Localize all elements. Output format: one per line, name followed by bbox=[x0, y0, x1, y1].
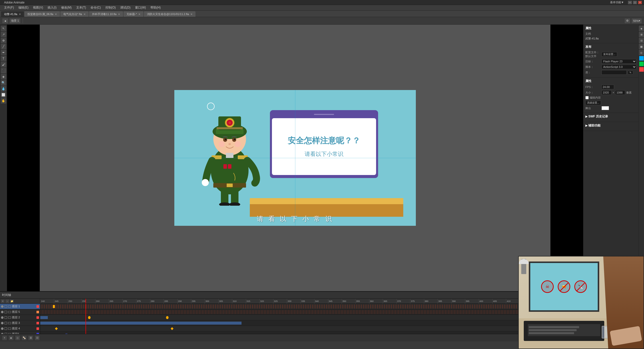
menu-debug[interactable]: 调试(D) bbox=[118, 5, 133, 10]
target-label: 目标： bbox=[585, 60, 600, 63]
menu-control[interactable]: 控制(O) bbox=[103, 5, 118, 10]
tool-line[interactable]: ╱ bbox=[1, 44, 6, 49]
toolbar-zoom[interactable]: 55%▾ bbox=[631, 18, 642, 24]
class-input[interactable] bbox=[601, 70, 627, 75]
close-button[interactable]: ✕ bbox=[638, 1, 642, 4]
layer-row-1[interactable]: 图层 5 bbox=[0, 309, 40, 315]
tool-zoom[interactable]: 🔍 bbox=[1, 80, 6, 85]
tab-4-close[interactable]: ✕ bbox=[138, 13, 140, 16]
layer-row-0[interactable]: 图层 1 bbox=[0, 304, 40, 309]
board-main-text: 安全怎样注意呢？？ bbox=[288, 135, 360, 146]
layer-row-5[interactable]: 图层6 bbox=[0, 331, 40, 334]
add-folder-button[interactable]: 📁 bbox=[10, 299, 14, 303]
target-select[interactable]: Flash Player 23 bbox=[601, 59, 636, 64]
frame-layer-2[interactable] bbox=[40, 315, 543, 320]
tool-right-4[interactable]: ▦ bbox=[639, 44, 644, 49]
timeline-onion-outline[interactable]: ☷ bbox=[35, 335, 40, 340]
audio-wave-1 bbox=[40, 304, 543, 309]
menu-view[interactable]: 视图(V) bbox=[31, 5, 45, 10]
tool-brush[interactable]: 🖌 bbox=[1, 62, 6, 67]
frame-tick-340: 340 bbox=[314, 299, 327, 304]
tool-right-5[interactable]: ◎ bbox=[639, 50, 644, 55]
tab-3-close[interactable]: ✕ bbox=[118, 13, 120, 16]
tool-right-3[interactable]: ⊟ bbox=[639, 38, 644, 43]
layer-color-4 bbox=[36, 327, 39, 330]
timeline-onion-skin[interactable]: ☰ bbox=[28, 335, 33, 340]
scene-label[interactable]: 场景 1 bbox=[9, 18, 21, 24]
layer-eye-3 bbox=[1, 322, 4, 324]
stage-color-swatch[interactable] bbox=[601, 106, 609, 110]
frame-layer-4[interactable] bbox=[40, 326, 543, 331]
tab-3[interactable]: 外科手消毒11.10.fla ✕ bbox=[89, 11, 123, 17]
add-layer-button[interactable]: + bbox=[1, 299, 5, 303]
timeline-add-motion[interactable]: + bbox=[2, 335, 7, 340]
layer-row-3[interactable]: 图层 3 bbox=[0, 320, 40, 326]
menu-help[interactable]: 帮助(H) bbox=[148, 5, 163, 10]
menu-text[interactable]: 文本(T) bbox=[74, 5, 88, 10]
tool-eyedrop[interactable]: 💧 bbox=[1, 86, 6, 92]
tool-transform[interactable]: ⊕ bbox=[1, 38, 6, 43]
tool-right-2[interactable]: ⊞ bbox=[639, 32, 644, 37]
menu-edit[interactable]: 编辑(E) bbox=[16, 5, 30, 10]
layer-eye-0 bbox=[1, 305, 4, 308]
tool-pen[interactable]: ✒ bbox=[1, 50, 6, 55]
presentation-board: 安全怎样注意呢？？ 请看以下小常识 bbox=[270, 110, 378, 178]
frame-tick-320: 320 bbox=[259, 299, 272, 304]
timeline-add-shape[interactable]: ◇ bbox=[15, 335, 20, 340]
tab-2[interactable]: 电气化办法*.fla ✕ bbox=[60, 11, 89, 17]
toolbar-settings-button[interactable]: ⚙ bbox=[624, 18, 630, 24]
camera-preview: ☠ 🔫 🔪 bbox=[518, 256, 644, 349]
tab-1-close[interactable]: ✕ bbox=[55, 13, 57, 16]
tool-eraser[interactable]: ⬜ bbox=[1, 92, 6, 98]
script-select[interactable]: ActionScript 3.0 bbox=[601, 65, 636, 69]
toolbar-back-button[interactable]: ◄ bbox=[2, 18, 8, 24]
tool-right-1[interactable]: ◈ bbox=[639, 26, 644, 31]
class-edit-button[interactable]: ✎ bbox=[628, 71, 633, 74]
frame-layer-5[interactable] bbox=[40, 309, 543, 315]
toolbar-separator-1 bbox=[23, 18, 23, 23]
menu-command[interactable]: 命令(C) bbox=[89, 5, 103, 10]
tool-fill[interactable]: ◈ bbox=[1, 74, 6, 79]
tab-4[interactable]: 无标题-* ✕ bbox=[124, 11, 143, 17]
timeline-add-armature[interactable]: 🦴 bbox=[22, 335, 27, 340]
tab-5-close[interactable]: ✕ bbox=[190, 13, 192, 16]
width-input[interactable] bbox=[601, 90, 612, 95]
minimize-button[interactable]: ─ bbox=[628, 1, 632, 4]
menu-insert[interactable]: 插入(I) bbox=[46, 5, 58, 10]
fps-input[interactable] bbox=[601, 85, 614, 89]
frame-layer-1[interactable] bbox=[40, 304, 543, 309]
panel-doc-properties-section: 属性 FPS： 大小： × 像素 编辑内容 高级设置... 舞台 bbox=[583, 77, 638, 113]
layer-row-4[interactable]: 图层 4 bbox=[0, 326, 40, 331]
tab-0[interactable]: 动警-#1.fla ✕ bbox=[1, 11, 24, 17]
tool-subselect[interactable]: ↗ bbox=[1, 32, 6, 37]
prohibition-icon-3: 🔪 bbox=[574, 280, 587, 293]
tool-hand[interactable]: ✋ bbox=[1, 98, 6, 104]
edit-content-checkbox[interactable] bbox=[585, 96, 589, 99]
tab-5[interactable]: 消防火灾生命合@1101/01/11.2.fla ✕ bbox=[144, 11, 195, 17]
timeline-add-classic[interactable]: ◈ bbox=[9, 335, 14, 340]
tool-paint[interactable]: ⬛ bbox=[1, 68, 6, 73]
publish-settings-button[interactable]: 发布设置... bbox=[601, 52, 617, 57]
advanced-button[interactable]: 高级设置... bbox=[585, 101, 601, 105]
tool-text[interactable]: T bbox=[1, 56, 6, 61]
frame-layer-3[interactable] bbox=[40, 320, 543, 326]
right-panel: 属性 文档 武警-#1.fla 发布 配置文件：默认文件 发布设置... 目标：… bbox=[583, 25, 638, 291]
frame-layer-6[interactable] bbox=[40, 331, 543, 334]
menu-window[interactable]: 窗口(W) bbox=[133, 5, 148, 10]
tab-2-close[interactable]: ✕ bbox=[84, 13, 86, 16]
delete-layer-button[interactable]: - bbox=[6, 299, 9, 303]
board-outer: 安全怎样注意呢？？ 请看以下小常识 bbox=[270, 110, 378, 178]
tab-1[interactable]: 投篮教合03.测_06.fla ✕ bbox=[24, 11, 60, 17]
height-input[interactable] bbox=[615, 90, 625, 95]
right-edge-tools: ◈ ⊞ ⊟ ▦ ◎ bbox=[638, 25, 644, 291]
menu-file[interactable]: 文件(F) bbox=[2, 5, 16, 10]
maximize-button[interactable]: □ bbox=[633, 1, 637, 4]
layer-row-2[interactable]: 图层 2 bbox=[0, 315, 40, 320]
stage-canvas[interactable]: 安全怎样注意呢？？ 请看以下小常识 bbox=[174, 90, 416, 226]
workspace-label[interactable]: 基本功能▼ bbox=[610, 1, 624, 4]
layer-name-5: 图层6 bbox=[12, 332, 35, 334]
tab-0-close[interactable]: ✕ bbox=[19, 13, 21, 16]
canvas-area[interactable]: 1000 1050 1100 1150 1200 1250 1300 1350 … bbox=[7, 25, 583, 291]
menu-modify[interactable]: 修改(M) bbox=[59, 5, 74, 10]
tool-select[interactable]: ↖ bbox=[1, 26, 6, 31]
